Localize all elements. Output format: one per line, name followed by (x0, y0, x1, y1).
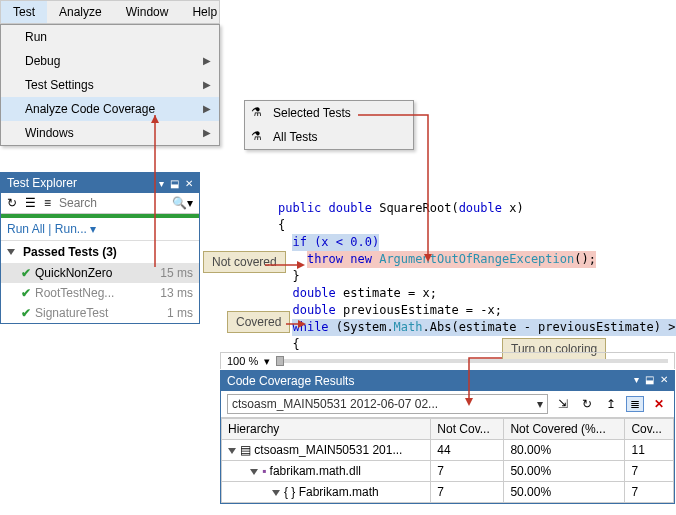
run-all-link[interactable]: Run All (7, 222, 45, 236)
dd-windows[interactable]: Windows▶ (1, 121, 219, 145)
col-not-cov-pct[interactable]: Not Covered (%... (504, 419, 625, 440)
panel-title: Code Coverage Results (227, 374, 354, 388)
pass-icon: ✔ (21, 286, 31, 300)
test-explorer-toolbar: ↻ ☰ ≡ 🔍▾ (1, 193, 199, 214)
run-links: Run All | Run... ▾ (1, 218, 199, 241)
col-not-cov[interactable]: Not Cov... (431, 419, 504, 440)
dropdown-icon[interactable]: ▾ (159, 178, 164, 189)
dd-debug[interactable]: Debug▶ (1, 49, 219, 73)
chevron-down-icon: ▾ (537, 397, 543, 411)
scroll-thumb[interactable] (276, 356, 284, 366)
dropdown-icon[interactable]: ▾ (634, 374, 639, 388)
code-coverage-panel: Code Coverage Results ▾ ⬓ ✕ ctsoasm_MAIN… (220, 370, 675, 504)
test-explorer-panel: Test Explorer ▾ ⬓ ✕ ↻ ☰ ≡ 🔍▾ Run All | R… (0, 172, 200, 324)
table-row[interactable]: ▪ fabrikam.math.dll 750.00%7 (222, 461, 674, 482)
flask-icon: ⚗ (251, 129, 262, 143)
run-link[interactable]: Run... (55, 222, 87, 236)
flask-icon: ⚗ (251, 105, 262, 119)
callout-not-covered: Not covered (203, 251, 286, 273)
pin-icon[interactable]: ⬓ (645, 374, 654, 388)
group-icon[interactable]: ☰ (25, 196, 36, 210)
menubar: Test Analyze Window Help (0, 0, 220, 24)
test-row[interactable]: ✔RootTestNeg...13 ms (1, 283, 199, 303)
results-combo[interactable]: ctsoasm_MAIN50531 2012-06-07 02...▾ (227, 394, 548, 414)
dll-icon: ▪ (262, 464, 270, 478)
refresh-icon[interactable]: ↻ (7, 196, 17, 210)
table-row[interactable]: { } Fabrikam.math 750.00%7 (222, 482, 674, 503)
test-dropdown: Run Debug▶ Test Settings▶ Analyze Code C… (0, 24, 220, 146)
menu-analyze[interactable]: Analyze (47, 1, 114, 23)
chevron-right-icon: ▶ (203, 103, 211, 114)
col-hierarchy[interactable]: Hierarchy (222, 419, 431, 440)
refresh-icon[interactable]: ↻ (578, 397, 596, 411)
search-icon[interactable]: 🔍▾ (172, 196, 193, 210)
chevron-right-icon: ▶ (203, 79, 211, 90)
export-icon[interactable]: ↥ (602, 397, 620, 411)
coloring-toggle-button[interactable]: ≣ (626, 396, 644, 412)
passed-tests-group[interactable]: Passed Tests (3) (1, 241, 199, 263)
test-row[interactable]: ✔QuickNonZero15 ms (1, 263, 199, 283)
test-explorer-titlebar: Test Explorer ▾ ⬓ ✕ (1, 173, 199, 193)
delete-icon[interactable]: ✕ (650, 397, 668, 411)
menu-test[interactable]: Test (1, 1, 47, 23)
dd-test-settings[interactable]: Test Settings▶ (1, 73, 219, 97)
pin-icon[interactable]: ⬓ (170, 178, 179, 189)
coverage-submenu: ⚗Selected Tests ⚗All Tests (244, 100, 414, 150)
sub-all-tests[interactable]: ⚗All Tests (245, 125, 413, 149)
expand-icon (7, 249, 15, 255)
sub-selected-tests[interactable]: ⚗Selected Tests (245, 101, 413, 125)
chevron-right-icon: ▶ (203, 127, 211, 138)
menu-window[interactable]: Window (114, 1, 181, 23)
list-icon[interactable]: ≡ (44, 196, 51, 210)
pass-icon: ✔ (21, 306, 31, 320)
expand-icon (228, 448, 236, 454)
zoom-value[interactable]: 100 % (221, 353, 264, 369)
dd-analyze-code-coverage[interactable]: Analyze Code Coverage▶ (1, 97, 219, 121)
callout-covered: Covered (227, 311, 290, 333)
zoom-bar: 100 %▾ (220, 352, 675, 369)
ccr-toolbar: ctsoasm_MAIN50531 2012-06-07 02...▾ ⇲ ↻ … (221, 391, 674, 418)
assembly-icon: ▤ (240, 443, 254, 457)
dd-run[interactable]: Run (1, 25, 219, 49)
scroll-track[interactable] (270, 356, 674, 366)
import-icon[interactable]: ⇲ (554, 397, 572, 411)
coverage-grid: Hierarchy Not Cov... Not Covered (%... C… (221, 418, 674, 503)
ccr-titlebar: Code Coverage Results ▾ ⬓ ✕ (221, 371, 674, 391)
table-row[interactable]: ▤ ctsoasm_MAIN50531 201... 4480.00%11 (222, 440, 674, 461)
col-cov[interactable]: Cov... (625, 419, 674, 440)
code-editor: public double SquareRoot(double x) { if … (260, 200, 665, 353)
close-icon[interactable]: ✕ (185, 178, 193, 189)
chevron-right-icon: ▶ (203, 55, 211, 66)
test-row[interactable]: ✔SignatureTest1 ms (1, 303, 199, 323)
menu-help[interactable]: Help (180, 1, 229, 23)
pass-icon: ✔ (21, 266, 31, 280)
close-icon[interactable]: ✕ (660, 374, 668, 388)
panel-title: Test Explorer (7, 176, 77, 190)
search-input[interactable] (59, 196, 119, 210)
expand-icon (272, 490, 280, 496)
expand-icon (250, 469, 258, 475)
